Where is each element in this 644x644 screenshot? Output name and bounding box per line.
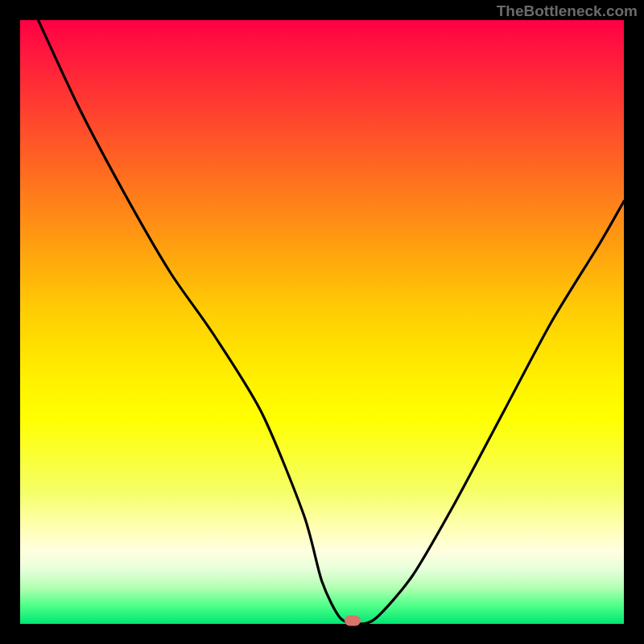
watermark-text: TheBottleneck.com xyxy=(497,2,638,20)
bottleneck-curve xyxy=(39,20,625,624)
curve-svg xyxy=(20,20,624,624)
plot-area xyxy=(20,20,624,624)
optimum-marker xyxy=(345,616,361,626)
chart-container: TheBottleneck.com xyxy=(0,0,644,644)
